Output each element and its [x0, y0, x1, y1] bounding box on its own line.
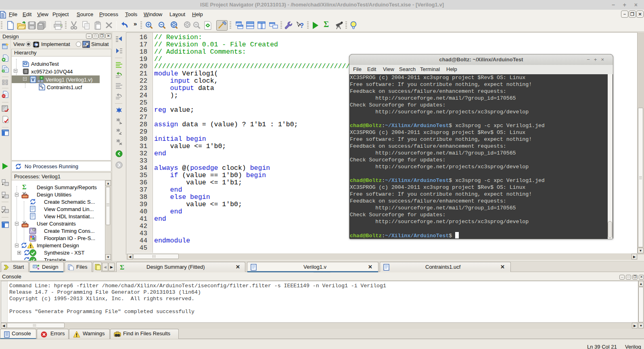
- svg-text:?: ?: [300, 22, 304, 29]
- svg-text:V: V: [31, 77, 35, 82]
- svg-text:ISim: ISim: [84, 45, 88, 48]
- svg-text:F: F: [42, 87, 44, 90]
